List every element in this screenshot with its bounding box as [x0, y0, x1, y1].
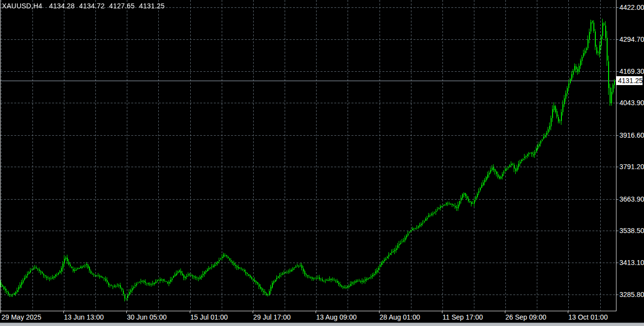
price-axis[interactable]: 4422.004294.704169.304043.903916.603791.…: [616, 0, 644, 311]
price-axis-label: 3916.60: [619, 131, 644, 139]
metatrader-chart-window: XAUUSD,H44134.284134.724127.654131.25 44…: [0, 0, 644, 326]
price-axis-label: 3413.10: [619, 259, 644, 267]
symbol-period-label: XAUUSD,H4: [2, 2, 42, 10]
ohlc-low-value: 4127.65: [109, 2, 135, 10]
ohlc-close-value: 4131.25: [139, 2, 165, 10]
price-axis-label: 3663.90: [619, 195, 644, 203]
time-axis-label: 11 Sep 17:00: [442, 313, 483, 321]
time-axis-label: 28 Aug 01:00: [380, 313, 420, 321]
price-axis-label: 4294.70: [619, 35, 644, 43]
price-axis-tick: [616, 295, 618, 295]
current-price-tag: 4131.25: [616, 76, 643, 85]
price-axis-label: 3285.80: [619, 291, 644, 298]
price-axis-tick: [616, 7, 618, 8]
chart-plot-area: [0, 0, 616, 311]
time-axis-label: 29 May 2025: [1, 313, 41, 321]
current-price-value: 4131.25: [618, 77, 643, 85]
price-axis-tick: [616, 231, 618, 231]
price-axis-label: 4169.30: [619, 67, 644, 75]
price-chart-canvas[interactable]: [0, 0, 616, 311]
time-axis-label: 15 Jul 01:00: [190, 313, 228, 321]
price-axis-label: 4422.00: [619, 3, 644, 11]
window-bottom-edge: [0, 323, 644, 326]
price-axis-tick: [616, 103, 618, 103]
ohlc-open-value: 4134.28: [49, 2, 75, 10]
price-axis-tick: [616, 263, 618, 263]
time-axis-label: 13 Jun 13:00: [64, 313, 104, 321]
price-axis-label: 3791.20: [619, 163, 644, 171]
price-axis-tick: [616, 167, 618, 167]
chart-title: XAUUSD,H44134.284134.724127.654131.25: [2, 2, 169, 10]
time-axis-label: 13 Oct 01:00: [568, 313, 608, 321]
time-axis-label: 13 Aug 09:00: [316, 313, 357, 321]
ohlc-high-value: 4134.72: [79, 2, 105, 10]
time-axis-label: 30 Jun 05:00: [127, 313, 167, 321]
price-axis-tick: [616, 71, 618, 72]
time-axis-tick: [0, 311, 1, 313]
price-axis-label: 3538.50: [619, 227, 644, 235]
time-axis-label: 29 Jul 17:00: [253, 313, 291, 321]
time-axis-label: 26 Sep 09:00: [505, 313, 546, 321]
time-axis[interactable]: 29 May 202513 Jun 13:0030 Jun 05:0015 Ju…: [0, 311, 644, 323]
price-axis-tick: [616, 135, 618, 136]
price-axis-tick: [616, 39, 618, 40]
price-axis-tick: [616, 199, 618, 200]
price-axis-label: 4043.90: [619, 99, 644, 107]
